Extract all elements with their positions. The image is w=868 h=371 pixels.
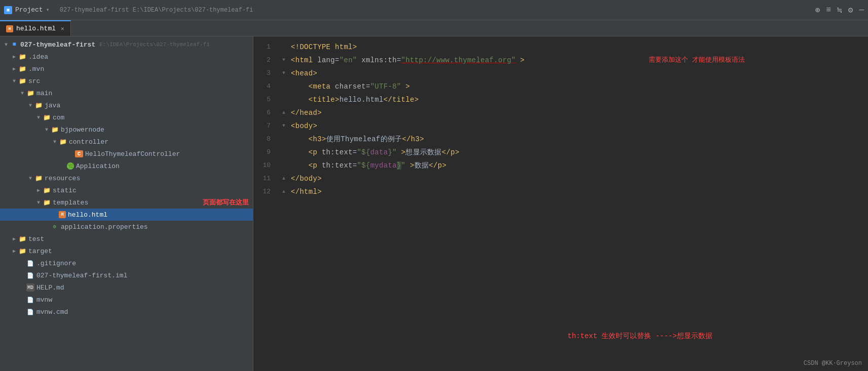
annotation-thymeleaf: 需要添加这个 才能使用模板语法 <box>649 54 745 67</box>
java-file-icon: C <box>75 150 83 157</box>
folder-static-icon: 📁 <box>43 186 51 194</box>
tree-label-test: test <box>28 235 44 243</box>
iml-icon: 📄 <box>26 271 34 279</box>
tree-label-mvnw: mvnw <box>36 296 52 304</box>
project-path: 027-thymeleaf-first E:\IDEA\Projects\027… <box>50 7 815 14</box>
html-file-icon: H <box>59 211 66 218</box>
tree-label-bjpowernode: bjpowernode <box>61 126 104 134</box>
arrow-target: ▶ <box>10 248 18 254</box>
tree-label-target: target <box>28 248 52 255</box>
locate-icon[interactable]: ⊕ <box>815 5 820 15</box>
code-line-4: 4 <meta charset="UTF-8" > <box>253 80 868 93</box>
code-1: <!DOCTYPE html> <box>289 40 868 54</box>
code-line-8: 8 <h3>使用Thymeleaf的例子</h3> <box>253 133 868 146</box>
project-title: ▣ Project ▾ <box>4 6 50 14</box>
tree-item-mvnw-cmd[interactable]: 📄 mvnw.cmd <box>0 306 253 318</box>
code-line-11: 11 ▲ </body> <box>253 172 868 185</box>
arrow-mvn: ▶ <box>10 66 18 72</box>
project-sidebar: ▼ ■ 027-thymeleaf-first E:\IDEA\Projects… <box>0 36 253 371</box>
line-num-4: 4 <box>253 80 279 93</box>
folder-src-icon: 📁 <box>18 77 26 85</box>
tree-label-hello-controller: HelloThymeleafController <box>85 150 180 158</box>
top-bar: ▣ Project ▾ 027-thymeleaf-first E:\IDEA\… <box>0 0 868 20</box>
collapse-icon[interactable]: ≒ <box>837 5 842 15</box>
tree-item-application[interactable]: 🌿 Application <box>0 160 253 172</box>
code-6: </head> <box>289 106 868 119</box>
code-4: <meta charset="UTF-8" > <box>289 80 868 93</box>
tree-item-target[interactable]: ▶ 📁 target <box>0 245 253 257</box>
tree-item-static[interactable]: ▶ 📁 static <box>0 184 253 196</box>
code-line-6: 6 ▲ </head> <box>253 106 868 119</box>
tree-label-iml: 027-thymeleaf-first.iml <box>36 272 127 279</box>
settings-icon[interactable]: ⚙ <box>848 5 853 15</box>
tree-item-bjpowernode[interactable]: ▼ 📁 bjpowernode <box>0 123 253 136</box>
tree-item-java[interactable]: ▼ 📁 java <box>0 99 253 111</box>
code-editor[interactable]: 1 <!DOCTYPE html> 2 ▼ <html lang="en" xm… <box>253 36 868 371</box>
arrow-templates: ▼ <box>34 200 43 205</box>
code-line-7: 7 ▼ <body> <box>253 119 868 133</box>
templates-annotation: 页面都写在这里 <box>203 198 249 207</box>
line-num-8: 8 <box>253 133 279 146</box>
tree-item-iml[interactable]: 📄 027-thymeleaf-first.iml <box>0 269 253 281</box>
code-line-9: 9 <p th:text="${data}" >想显示数据</p> <box>253 146 868 159</box>
tree-label-templates: templates <box>53 199 88 207</box>
arrow-src: ▼ <box>10 78 18 84</box>
tree-label-app-props: application.properties <box>61 223 148 231</box>
tree-item-root[interactable]: ▼ ■ 027-thymeleaf-first E:\IDEA\Projects… <box>0 38 253 51</box>
code-line-10: 10 <p th:text="${mydata}" >数据</p> <box>253 159 868 172</box>
md-icon: MD <box>26 283 34 292</box>
folder-controller-icon: 📁 <box>59 138 67 146</box>
code-10: <p th:text="${mydata}" >数据</p> <box>289 159 868 172</box>
tab-hello-html[interactable]: H hello.html ✕ <box>0 20 71 36</box>
code-2: <html lang="en" xmlns:th="http://www.thy… <box>289 54 868 67</box>
fold-11: ▲ <box>279 172 289 185</box>
tree-item-controller[interactable]: ▼ 📁 controller <box>0 136 253 148</box>
arrow-test: ▶ <box>10 236 18 242</box>
project-label: Project <box>15 6 43 14</box>
fold-3: ▼ <box>279 67 289 80</box>
tree-item-help-md[interactable]: MD HELP.md <box>0 281 253 294</box>
tab-close-button[interactable]: ✕ <box>61 25 64 32</box>
module-icon: ■ <box>10 40 18 49</box>
tree-item-hello-html[interactable]: H hello.html <box>0 209 253 221</box>
fold-12: ▲ <box>279 185 289 198</box>
folder-com-icon: 📁 <box>43 113 51 121</box>
tab-label: hello.html <box>16 25 56 32</box>
tree-label-mvn: .mvn <box>28 65 44 73</box>
line-num-3: 3 <box>253 67 279 80</box>
spring-icon: 🌿 <box>67 162 74 170</box>
tree-item-mvn[interactable]: ▶ 📁 .mvn <box>0 63 253 75</box>
line-num-6: 6 <box>253 106 279 119</box>
annotation-thtext: th:text 生效时可以替换 ---->想显示数据 <box>568 332 712 341</box>
arrow-static: ▶ <box>34 187 43 193</box>
code-line-2: 2 ▼ <html lang="en" xmlns:th="http://www… <box>253 54 868 67</box>
fold-2: ▼ <box>279 54 289 67</box>
code-11: </body> <box>289 172 868 185</box>
code-line-3: 3 ▼ <head> <box>253 67 868 80</box>
tree-item-test[interactable]: ▶ 📁 test <box>0 233 253 245</box>
project-icon: ▣ <box>4 6 12 14</box>
project-dropdown-icon[interactable]: ▾ <box>46 6 50 14</box>
code-7: <body> <box>289 119 868 133</box>
line-num-9: 9 <box>253 146 279 159</box>
tree-item-templates[interactable]: ▼ 📁 templates 页面都写在这里 <box>0 196 253 209</box>
arrow-bjpowernode: ▼ <box>43 127 51 133</box>
code-line-1: 1 <!DOCTYPE html> <box>253 40 868 54</box>
tree-item-app-props[interactable]: ⚙ application.properties <box>0 221 253 233</box>
line-num-11: 11 <box>253 172 279 185</box>
tree-item-resources[interactable]: ▼ 📁 resources <box>0 172 253 184</box>
tree-item-gitignore[interactable]: 📄 .gitignore <box>0 257 253 269</box>
tree-item-main[interactable]: ▼ 📁 main <box>0 87 253 99</box>
folder-bjpowernode-icon: 📁 <box>51 126 59 134</box>
tree-label-gitignore: .gitignore <box>36 260 76 267</box>
align-icon[interactable]: ≡ <box>826 6 832 15</box>
tree-item-mvnw[interactable]: 📄 mvnw <box>0 294 253 306</box>
minimize-icon[interactable]: — <box>859 6 864 15</box>
fold-7: ▼ <box>279 119 289 133</box>
tree-item-hello-controller[interactable]: C HelloThymeleafController <box>0 148 253 160</box>
tree-item-src[interactable]: ▼ 📁 src <box>0 75 253 87</box>
line-num-12: 12 <box>253 185 279 198</box>
tree-item-com[interactable]: ▼ 📁 com <box>0 111 253 123</box>
tree-item-idea[interactable]: ▶ 📁 .idea <box>0 51 253 63</box>
tree-label-root: 027-thymeleaf-first <box>20 41 95 49</box>
